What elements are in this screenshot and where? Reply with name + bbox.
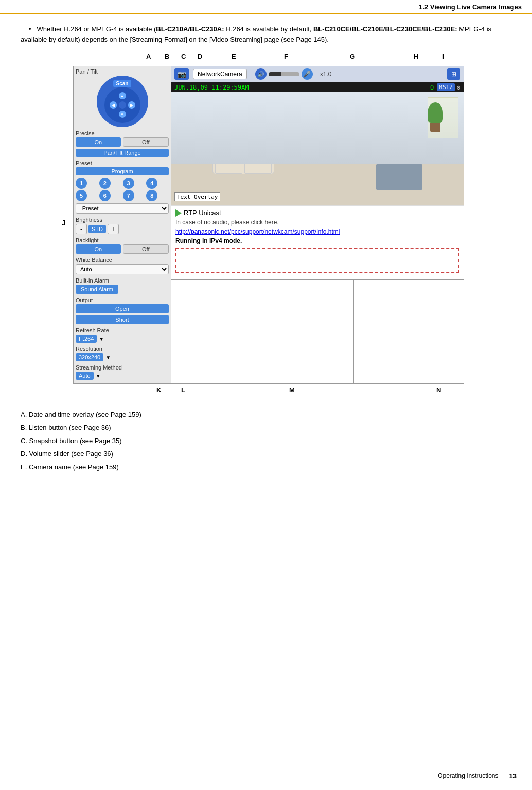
main-content: • Whether H.264 or MPEG-4 is available (… xyxy=(0,14,532,484)
dashed-box xyxy=(175,248,459,273)
backlight-off-button[interactable]: Off xyxy=(123,244,169,254)
preset-btn-1[interactable]: 1 xyxy=(76,178,87,189)
ms-badge: MS12 xyxy=(437,83,455,91)
preset-btn-2[interactable]: 2 xyxy=(99,178,111,189)
label-i: I xyxy=(442,52,445,60)
precise-buttons: On Off xyxy=(76,137,169,147)
down-arrow-button[interactable]: ▼ xyxy=(119,111,126,118)
precise-label: Precise xyxy=(76,130,169,136)
annotation-a: A. Date and time overlay (see Page 159) xyxy=(21,409,517,420)
page-number: 13 xyxy=(509,772,517,780)
page-footer: Operating Instructions 13 xyxy=(438,771,517,780)
label-f: F xyxy=(284,52,288,60)
page-header: 1.2 Viewing Live Camera Images xyxy=(0,0,532,14)
short-button[interactable]: Short xyxy=(76,315,169,324)
room-wall xyxy=(171,92,464,164)
scan-control[interactable]: Scan ▲ ◀ ▶ ▼ xyxy=(97,76,148,127)
fullscreen-button[interactable]: ⊞ xyxy=(447,68,460,80)
white-balance-label: White Balance xyxy=(76,257,169,263)
bottom-labels-row: K L M N xyxy=(73,386,464,398)
o-label: O xyxy=(430,84,434,91)
bottom-mid xyxy=(243,280,354,383)
audio-icon[interactable]: 🔊 xyxy=(255,68,267,80)
right-arrow-button[interactable]: ▶ xyxy=(128,101,135,109)
camera-icon: 📷 xyxy=(174,68,189,80)
label-l: L xyxy=(181,386,185,394)
white-balance-dropdown[interactable]: Auto xyxy=(76,264,169,274)
sound-alarm-button[interactable]: Sound Alarm xyxy=(76,285,118,294)
preset-btn-8[interactable]: 8 xyxy=(146,190,157,201)
up-arrow-button[interactable]: ▲ xyxy=(119,92,126,99)
left-panel: Pan / Tilt Scan ▲ ◀ ▶ ▼ xyxy=(74,66,171,383)
streaming-method-label: Streaming Method xyxy=(76,364,169,371)
right-panel: 📷 NetworkCamera 🔊 🎤 x1.0 ⊞ JUN.18,09 11:… xyxy=(171,66,464,383)
h264-row: H.264 ▼ xyxy=(76,335,169,343)
play-triangle-icon xyxy=(175,209,182,217)
brightness-plus-button[interactable]: + xyxy=(108,224,119,234)
label-g: G xyxy=(350,52,355,60)
text-overlay-label: Text Overlay xyxy=(174,192,220,201)
refresh-rate-label: Refresh Rate xyxy=(76,327,169,333)
backlight-buttons: On Off xyxy=(76,244,169,254)
streaming-method-row: Auto ▼ xyxy=(76,372,169,380)
backlight-label: Backlight xyxy=(76,237,169,243)
label-j: J xyxy=(62,219,66,227)
label-a: A xyxy=(146,52,151,60)
resolution-label: Resolution xyxy=(76,346,169,352)
preset-dropdown[interactable]: -Preset- xyxy=(76,203,169,214)
preset-btn-5[interactable]: 5 xyxy=(76,190,87,201)
top-labels-row: A B C D E F G H I xyxy=(73,52,464,65)
support-link[interactable]: http://panasonic.net/pcc/support/netwkca… xyxy=(175,228,459,235)
camera-name: NetworkCamera xyxy=(193,69,247,79)
backlight-on-button[interactable]: On xyxy=(76,244,121,254)
resolution-row: 320x240 ▼ xyxy=(76,353,169,361)
brightness-row: - STD + xyxy=(76,224,169,234)
label-e: E xyxy=(232,52,236,60)
diagram-area: J A B C D E F G H I Pan / Tilt Scan xyxy=(73,52,464,398)
mic-icon[interactable]: 🎤 xyxy=(302,68,313,80)
camera-toolbar: 📷 NetworkCamera 🔊 🎤 x1.0 ⊞ xyxy=(171,66,464,82)
timestamp-bar: JUN.18,09 11:29:59AM O MS12 ⚙ xyxy=(171,82,464,92)
open-button[interactable]: Open xyxy=(76,304,169,313)
output-label: Output xyxy=(76,297,169,303)
footer-divider xyxy=(504,771,504,780)
arrow-grid: ▲ ◀ ▶ ▼ xyxy=(109,91,136,119)
preset-btn-4[interactable]: 4 xyxy=(146,178,157,189)
preset-num-grid: 1 2 3 4 5 6 7 8 xyxy=(76,178,169,201)
brightness-minus-button[interactable]: - xyxy=(76,224,87,234)
rtp-row: RTP Unicast xyxy=(175,209,459,217)
preset-program: Program xyxy=(76,167,169,175)
built-in-alarm-label: Built-in Alarm xyxy=(76,277,169,284)
annotation-c: C. Snapshot button (see Page 35) xyxy=(21,435,517,447)
brightness-label: Brightness xyxy=(76,217,169,223)
pan-tilt-range-bar: Pan/Tilt Range xyxy=(76,149,169,157)
label-k: K xyxy=(156,386,161,394)
precise-on-button[interactable]: On xyxy=(76,137,121,147)
ipv4-text: Running in IPv4 mode. xyxy=(175,237,459,244)
zoom-text: x1.0 xyxy=(320,71,332,78)
preset-btn-6[interactable]: 6 xyxy=(99,190,111,201)
scan-button[interactable]: Scan xyxy=(113,80,132,87)
camera-image: Text Overlay xyxy=(171,92,464,205)
preset-btn-7[interactable]: 7 xyxy=(123,190,134,201)
annotation-b: B. Listen button (see Page 36) xyxy=(21,422,517,433)
annotation-e: E. Camera name (see Page 159) xyxy=(21,461,517,473)
left-arrow-button[interactable]: ◀ xyxy=(110,101,117,109)
bottom-area xyxy=(171,279,464,383)
label-n: N xyxy=(436,386,441,394)
arrow-circle: ▲ ◀ ▶ ▼ xyxy=(104,87,140,123)
h264-badge: H.264 xyxy=(76,335,97,343)
label-b: B xyxy=(165,52,169,60)
preset-dropdown-row: -Preset- xyxy=(76,203,169,214)
preset-btn-3[interactable]: 3 xyxy=(123,178,134,189)
center-button[interactable] xyxy=(119,101,126,109)
page-title: 1.2 Viewing Live Camera Images xyxy=(419,3,522,11)
precise-off-button[interactable]: Off xyxy=(123,137,169,147)
volume-slider[interactable] xyxy=(269,72,299,76)
intro-paragraph: • Whether H.264 or MPEG-4 is available (… xyxy=(21,24,517,44)
brightness-std-button[interactable]: STD xyxy=(88,225,106,233)
streaming-method-badge: Auto xyxy=(76,372,94,380)
audio-hint: In case of no audio, please click here. xyxy=(175,219,459,226)
preset-label: Preset xyxy=(76,160,169,166)
annotations: A. Date and time overlay (see Page 159) … xyxy=(21,409,517,473)
